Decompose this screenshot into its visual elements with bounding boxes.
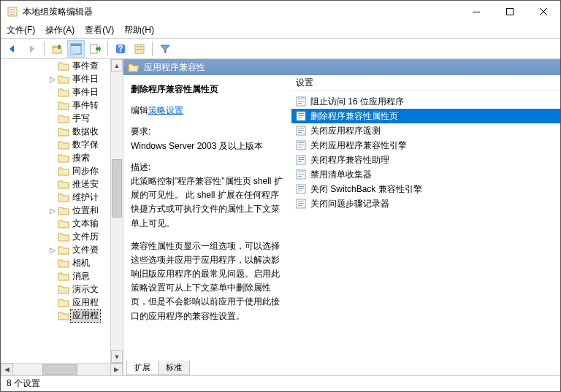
content-pane: 应用程序兼容性 删除程序兼容性属性页 编辑策略设置 要求: Windows Se… <box>123 59 560 375</box>
tab-standard[interactable]: 标准 <box>158 361 190 375</box>
up-button[interactable] <box>48 40 66 58</box>
folder-icon <box>58 297 69 307</box>
help-button[interactable]: ? <box>112 40 129 58</box>
policy-icon <box>296 126 306 136</box>
tree-view[interactable]: 事件查▷事件日事件日事件转手写数据收数字保搜索同步你推送安维护计▷位置和文本输文… <box>1 59 110 363</box>
tree-item-label: 数字保 <box>71 139 100 151</box>
back-button[interactable] <box>4 40 21 58</box>
scroll-up-arrow[interactable]: ▲ <box>111 59 123 72</box>
tree-item-label: 演示文 <box>71 283 100 296</box>
menu-action[interactable]: 操作(A) <box>45 24 75 36</box>
svg-rect-21 <box>298 101 304 101</box>
policy-icon <box>296 96 306 107</box>
export-button[interactable] <box>86 40 104 58</box>
svg-rect-16 <box>137 49 138 50</box>
status-bar: 8 个设置 <box>1 375 560 391</box>
tree-vscrollbar[interactable]: ▲ ▼ <box>110 59 123 363</box>
filter-button[interactable] <box>156 40 174 58</box>
show-tree-button[interactable] <box>67 40 85 58</box>
settings-list-item[interactable]: 阻止访问 16 位应用程序 <box>291 94 560 109</box>
tree-item-label: 应用程 <box>71 310 100 322</box>
expand-chevron-icon[interactable]: ▷ <box>47 207 58 215</box>
tree-item[interactable]: 事件查 <box>1 59 110 72</box>
scroll-left-arrow[interactable]: ◀ <box>1 364 13 376</box>
scroll-down-arrow[interactable]: ▼ <box>111 350 123 363</box>
tree-item[interactable]: 维护计 <box>1 191 110 204</box>
tree-hscrollbar[interactable]: ◀ ▶ <box>1 363 123 375</box>
svg-rect-50 <box>298 205 302 206</box>
tree-item[interactable]: 推送安 <box>1 177 110 191</box>
tree-item[interactable]: 事件转 <box>1 99 110 112</box>
svg-rect-30 <box>298 132 302 133</box>
settings-column: 设置 阻止访问 16 位应用程序删除程序兼容性属性页关闭应用程序遥测关闭应用程序… <box>291 75 560 361</box>
tree-item[interactable]: 应用程 <box>1 309 110 322</box>
tree-item[interactable]: 事件日 <box>1 85 110 99</box>
folder-icon <box>58 179 69 189</box>
menu-help[interactable]: 帮助(H) <box>124 24 154 36</box>
tree-item[interactable]: 演示文 <box>1 283 110 296</box>
policy-settings-link[interactable]: 策略设置 <box>148 105 183 115</box>
tree-item[interactable]: ▷文件资 <box>1 243 110 256</box>
close-button[interactable] <box>527 1 560 23</box>
settings-list-item[interactable]: 关闭应用程序兼容性引擎 <box>291 138 560 153</box>
edit-prefix: 编辑 <box>131 105 148 115</box>
tree-item[interactable]: 相机 <box>1 256 110 269</box>
tree-item[interactable]: 搜索 <box>1 151 110 164</box>
policy-icon <box>296 169 306 180</box>
content-header: 应用程序兼容性 <box>123 59 560 75</box>
tree-item[interactable]: 数字保 <box>1 138 110 151</box>
settings-list-item[interactable]: 关闭应用程序遥测 <box>291 123 560 138</box>
settings-list[interactable]: 阻止访问 16 位应用程序删除程序兼容性属性页关闭应用程序遥测关闭应用程序兼容性… <box>291 91 560 214</box>
folder-icon <box>58 100 69 110</box>
settings-item-label: 关闭程序兼容性助理 <box>310 154 389 166</box>
maximize-button[interactable] <box>493 1 527 23</box>
svg-rect-45 <box>298 188 304 189</box>
tree-item[interactable]: 文件历 <box>1 230 110 243</box>
settings-list-item[interactable]: 关闭程序兼容性助理 <box>291 153 560 167</box>
settings-list-item[interactable]: 关闭 SwitchBack 兼容性引擎 <box>291 182 560 196</box>
folder-icon <box>58 126 69 137</box>
tree-item[interactable]: 数据收 <box>1 125 110 138</box>
minimize-button[interactable] <box>459 1 493 23</box>
expand-chevron-icon[interactable]: ▷ <box>47 75 58 83</box>
tree-item[interactable]: 手写 <box>1 112 110 125</box>
folder-icon <box>58 218 69 228</box>
settings-item-label: 删除程序兼容性属性页 <box>310 110 398 123</box>
app-window: 本地组策略编辑器 文件(F) 操作(A) 查看(V) 帮助(H) ? 事件查▷事… <box>0 0 561 392</box>
description-para1: 此策略控制"程序兼容性"属性页 shell 扩展的可见性。 此 shell 扩展… <box>131 174 284 231</box>
tree-item[interactable]: 同步你 <box>1 164 110 177</box>
tree-item[interactable]: ▷事件日 <box>1 72 110 85</box>
svg-rect-33 <box>298 145 304 145</box>
tree-item[interactable]: 消息 <box>1 269 110 283</box>
folder-icon <box>58 258 69 268</box>
forward-button[interactable] <box>23 40 40 58</box>
scroll-right-arrow[interactable]: ▶ <box>110 364 123 376</box>
tree-item[interactable]: 应用程 <box>1 296 110 309</box>
tree-item-label: 应用程 <box>71 296 100 309</box>
settings-list-item[interactable]: 删除程序兼容性属性页 <box>291 109 560 123</box>
expand-chevron-icon[interactable]: ▷ <box>47 246 58 254</box>
tab-extended[interactable]: 扩展 <box>126 361 159 375</box>
svg-rect-7 <box>53 46 56 47</box>
folder-open-icon <box>128 62 140 72</box>
svg-rect-17 <box>139 46 142 47</box>
properties-button[interactable] <box>131 40 148 58</box>
tree-item[interactable]: ▷位置和 <box>1 204 110 217</box>
tree-item-label: 文件资 <box>71 244 100 256</box>
svg-rect-40 <box>298 172 304 172</box>
main-area: 事件查▷事件日事件日事件转手写数据收数字保搜索同步你推送安维护计▷位置和文本输文… <box>1 59 560 375</box>
folder-icon <box>58 166 69 176</box>
settings-list-item[interactable]: 关闭问题步骤记录器 <box>291 196 560 211</box>
svg-rect-18 <box>139 49 142 50</box>
tree-item[interactable]: 文本输 <box>1 217 110 230</box>
menu-file[interactable]: 文件(F) <box>7 24 35 36</box>
svg-rect-10 <box>71 46 75 54</box>
folder-icon <box>58 74 69 84</box>
folder-icon <box>58 310 69 320</box>
settings-header[interactable]: 设置 <box>291 75 560 91</box>
settings-list-item[interactable]: 禁用清单收集器 <box>291 167 560 182</box>
svg-rect-3 <box>9 14 14 15</box>
tree-item-label: 数据收 <box>71 126 100 138</box>
menu-view[interactable]: 查看(V) <box>85 24 114 36</box>
toolbar-separator <box>107 42 108 56</box>
